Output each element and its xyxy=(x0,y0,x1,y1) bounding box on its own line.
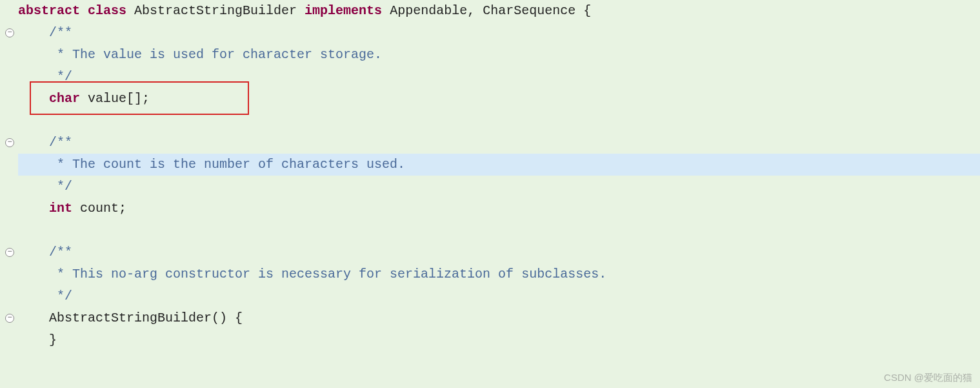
fold-icon[interactable]: − xyxy=(5,138,14,147)
code-line: */ xyxy=(18,66,980,88)
fold-icon[interactable]: − xyxy=(5,28,14,37)
code-text: AbstractStringBuilder xyxy=(126,3,305,18)
code-line: abstract class AbstractStringBuilder imp… xyxy=(18,0,980,22)
comment: /** xyxy=(18,135,72,150)
fold-icon[interactable]: − xyxy=(5,314,14,323)
code-line: int count; xyxy=(18,198,980,220)
code-text: Appendable, CharSequence { xyxy=(382,3,591,18)
comment: * The count is the number of characters … xyxy=(18,157,405,172)
code-line: */ xyxy=(18,176,980,198)
code-line: /** xyxy=(18,241,980,263)
code-line xyxy=(18,110,980,132)
code-line xyxy=(18,220,980,241)
code-area[interactable]: abstract class AbstractStringBuilder imp… xyxy=(18,0,980,388)
code-line: AbstractStringBuilder() { xyxy=(18,307,980,329)
code-line: * The value is used for character storag… xyxy=(18,44,980,66)
editor-gutter: − − − − xyxy=(0,0,18,388)
keyword: class xyxy=(88,3,126,18)
code-line: char value[]; xyxy=(18,88,980,110)
code-line: /** xyxy=(18,22,980,44)
comment: /** xyxy=(18,25,72,40)
keyword: char xyxy=(18,91,80,106)
code-line-current: * The count is the number of characters … xyxy=(18,154,980,176)
code-text: value[]; xyxy=(80,91,150,106)
comment: /** xyxy=(18,245,72,260)
code-text: } xyxy=(18,332,57,347)
code-editor: − − − − abstract class AbstractStringBui… xyxy=(0,0,980,388)
code-text: AbstractStringBuilder() { xyxy=(18,311,243,325)
code-text xyxy=(80,3,88,18)
code-line: * This no-arg constructor is necessary f… xyxy=(18,263,980,285)
keyword: abstract xyxy=(18,3,80,18)
keyword: implements xyxy=(305,3,382,18)
comment: * This no-arg constructor is necessary f… xyxy=(18,267,606,281)
watermark: CSDN @爱吃面的猫 xyxy=(884,372,972,384)
comment: */ xyxy=(18,69,72,84)
code-text: count; xyxy=(72,201,126,216)
comment: * The value is used for character storag… xyxy=(18,47,382,62)
code-line: } xyxy=(18,329,980,351)
comment: */ xyxy=(18,179,72,194)
keyword: int xyxy=(18,201,72,216)
comment: */ xyxy=(18,289,72,303)
code-line: /** xyxy=(18,132,980,154)
code-line: */ xyxy=(18,285,980,307)
fold-icon[interactable]: − xyxy=(5,248,14,257)
